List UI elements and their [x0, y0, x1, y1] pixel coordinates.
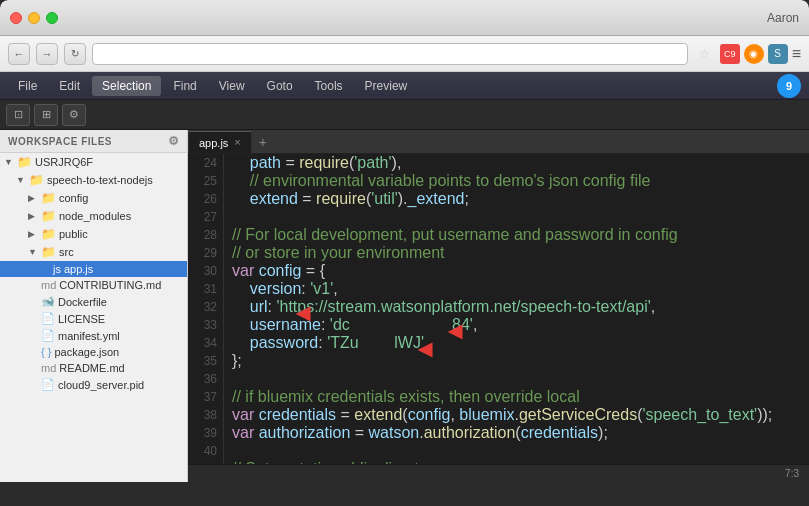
- tree-item-contributing[interactable]: md CONTRIBUTING.md: [0, 277, 187, 293]
- folder-icon: 📁: [29, 173, 44, 187]
- sidebar-header: WORKSPACE FILES ⚙: [0, 130, 187, 153]
- tree-item-root[interactable]: ▼ 📁 USRJRQ6F: [0, 153, 187, 171]
- bookmark-icon[interactable]: ☆: [694, 43, 716, 65]
- code-line-37: // if bluemix credentials exists, then o…: [232, 388, 801, 406]
- close-button[interactable]: [10, 12, 22, 24]
- menu-tools[interactable]: Tools: [305, 76, 353, 96]
- tree-item-label: manifest.yml: [58, 330, 120, 342]
- tree-item-label: public: [59, 228, 88, 240]
- extension-icon-1[interactable]: C9: [720, 44, 740, 64]
- user-name: Aaron: [767, 11, 809, 25]
- browser-menu-button[interactable]: ≡: [792, 45, 801, 63]
- menu-goto[interactable]: Goto: [257, 76, 303, 96]
- code-line-25: // environmental variable points to demo…: [232, 172, 801, 190]
- tree-arrow: ▼: [4, 157, 14, 167]
- tree-item-package[interactable]: { } package.json: [0, 344, 187, 360]
- sidebar-gear-icon[interactable]: ⚙: [168, 134, 180, 148]
- line-numbers: 24252627 28293031 32333435 36373839 4041…: [188, 154, 224, 464]
- code-line-38: var credentials = extend(config, bluemix…: [232, 406, 801, 424]
- tree-item-public[interactable]: ▶ 📁 public: [0, 225, 187, 243]
- cloud9-badge: 9: [777, 74, 801, 98]
- extension-icon-3[interactable]: S: [768, 44, 788, 64]
- tree-item-label: config: [59, 192, 88, 204]
- editor-body[interactable]: 24252627 28293031 32333435 36373839 4041…: [188, 154, 809, 464]
- tree-arrow: ▼: [28, 247, 38, 257]
- menu-file[interactable]: File: [8, 76, 47, 96]
- traffic-lights: [0, 12, 58, 24]
- menu-view[interactable]: View: [209, 76, 255, 96]
- code-line-28: // For local development, put username a…: [232, 226, 801, 244]
- folder-icon: 📁: [41, 209, 56, 223]
- tree-item-license[interactable]: 📄 LICENSE: [0, 310, 187, 327]
- code-line-32: url: 'https://stream.watsonplatform.net/…: [232, 298, 801, 316]
- code-line-30: var config = {: [232, 262, 801, 280]
- editor-wrapper: app.js × + 24252627 28293031 32333435 36…: [188, 130, 809, 482]
- tab-bar: app.js × +: [188, 130, 809, 154]
- file-icon: md: [41, 279, 56, 291]
- menu-preview[interactable]: Preview: [355, 76, 418, 96]
- tree-item-pid[interactable]: 📄 cloud9_server.pid: [0, 376, 187, 393]
- tree-item-label: src: [59, 246, 74, 258]
- tab-add-button[interactable]: +: [252, 131, 274, 153]
- menu-right: 9: [777, 74, 801, 98]
- tree-item-dockerfile[interactable]: 🐋 Dockerfile: [0, 293, 187, 310]
- code-line-36: [232, 370, 801, 388]
- tree-item-manifest[interactable]: 📄 manifest.yml: [0, 327, 187, 344]
- back-button[interactable]: ←: [8, 43, 30, 65]
- file-icon: js: [53, 263, 61, 275]
- folder-icon: 📁: [17, 155, 32, 169]
- tree-item-label: speech-to-text-nodejs: [47, 174, 153, 186]
- file-icon: { }: [41, 346, 51, 358]
- tree-arrow: ▶: [28, 229, 38, 239]
- tab-appjs[interactable]: app.js ×: [188, 131, 252, 153]
- code-line-27: [232, 208, 801, 226]
- code-area[interactable]: path = require('path'), // environmental…: [224, 154, 809, 464]
- browser-icons: ☆ C9 ◉ S ≡: [694, 43, 801, 65]
- folder-icon: 📁: [41, 227, 56, 241]
- sidebar-title: WORKSPACE FILES: [8, 136, 112, 147]
- tree-item-label: app.js: [64, 263, 93, 275]
- code-line-34: password: 'TZu lWJ': [232, 334, 801, 352]
- menu-selection[interactable]: Selection: [92, 76, 161, 96]
- toolbar-btn-3[interactable]: ⚙: [62, 104, 86, 126]
- tree-arrow: ▶: [28, 211, 38, 221]
- forward-button[interactable]: →: [36, 43, 58, 65]
- tree-item-nodemodules[interactable]: ▶ 📁 node_modules: [0, 207, 187, 225]
- refresh-button[interactable]: ↻: [64, 43, 86, 65]
- menu-bar: File Edit Selection Find View Goto Tools…: [0, 72, 809, 100]
- minimize-button[interactable]: [28, 12, 40, 24]
- code-line-35: };: [232, 352, 801, 370]
- tree-item-src[interactable]: ▼ 📁 src: [0, 243, 187, 261]
- address-bar[interactable]: [92, 43, 688, 65]
- code-line-24: path = require('path'),: [232, 154, 801, 172]
- tree-arrow: ▼: [16, 175, 26, 185]
- main-layout: WORKSPACE FILES ⚙ ▼ 📁 USRJRQ6F ▼ 📁 speec…: [0, 130, 809, 482]
- file-icon: 🐋: [41, 295, 55, 308]
- tree-item-label: LICENSE: [58, 313, 105, 325]
- tree-item-appjs[interactable]: js app.js: [0, 261, 187, 277]
- tree-item-label: cloud9_server.pid: [58, 379, 144, 391]
- toolbar: ⊡ ⊞ ⚙: [0, 100, 809, 130]
- tree-item-project[interactable]: ▼ 📁 speech-to-text-nodejs: [0, 171, 187, 189]
- tree-item-label: node_modules: [59, 210, 131, 222]
- folder-icon: 📁: [41, 245, 56, 259]
- code-line-26: extend = require('util')._extend;: [232, 190, 801, 208]
- tab-label: app.js: [199, 137, 228, 149]
- toolbar-btn-1[interactable]: ⊡: [6, 104, 30, 126]
- code-line-39: var authorization = watson.authorization…: [232, 424, 801, 442]
- tree-arrow: ▶: [28, 193, 38, 203]
- status-bar: 7:3: [188, 464, 809, 482]
- tree-item-label: USRJRQ6F: [35, 156, 93, 168]
- code-line-33: username: 'dc 84',: [232, 316, 801, 334]
- menu-find[interactable]: Find: [163, 76, 206, 96]
- file-icon: 📄: [41, 378, 55, 391]
- tree-item-readme[interactable]: md README.md: [0, 360, 187, 376]
- tree-item-config[interactable]: ▶ 📁 config: [0, 189, 187, 207]
- tree-item-label: Dockerfile: [58, 296, 107, 308]
- tree-item-label: README.md: [59, 362, 124, 374]
- maximize-button[interactable]: [46, 12, 58, 24]
- toolbar-btn-2[interactable]: ⊞: [34, 104, 58, 126]
- menu-edit[interactable]: Edit: [49, 76, 90, 96]
- tab-close-button[interactable]: ×: [234, 137, 240, 148]
- extension-icon-2[interactable]: ◉: [744, 44, 764, 64]
